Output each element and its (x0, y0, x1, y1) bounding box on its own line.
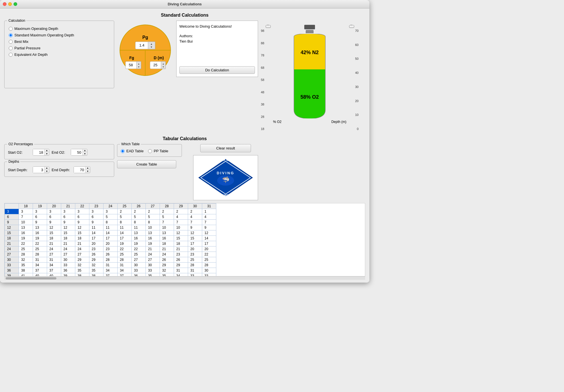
table-row[interactable]: 212222212121202019191918181717 (5, 241, 216, 246)
table-cell: 2 (146, 209, 160, 214)
radio-ead[interactable]: Equivalent Air Depth (9, 52, 110, 57)
table-row[interactable]: 303231313029292828272726262525 (5, 257, 216, 263)
svg-text:58: 58 (129, 63, 133, 67)
start-o2-down[interactable]: ▼ (45, 152, 49, 155)
scroll-thumb[interactable] (6, 277, 56, 279)
scale-48: 48 (261, 91, 264, 94)
table-row[interactable]: 363837373635353434333332313130 (5, 268, 216, 273)
start-depth-up[interactable]: ▲ (45, 167, 49, 170)
close-button[interactable] (3, 2, 6, 6)
start-o2-spinner[interactable]: ▲ ▼ (33, 149, 49, 156)
ead-table-radio[interactable]: EAD Table (121, 149, 144, 153)
clear-result-button[interactable]: Clear result (200, 144, 251, 152)
table-cell: 12 (188, 230, 202, 236)
table-row[interactable]: 9109999988887777 (5, 220, 216, 225)
table-row[interactable]: 394140403938383737363535343333 (5, 273, 216, 277)
table-cell: 21 (174, 246, 188, 252)
table-cell: 23 (103, 246, 118, 252)
svg-text:DIVING: DIVING (217, 171, 235, 175)
end-o2-down[interactable]: ▼ (83, 152, 87, 155)
start-depth-input[interactable] (33, 167, 44, 173)
table-cell: 37 (118, 273, 132, 277)
table-cell: 40 (33, 273, 47, 277)
table-cell: 5 (146, 214, 160, 220)
table-cell: 9 (75, 220, 89, 225)
table-cell: 6 (33, 214, 47, 220)
radio-maximum-operating-depth[interactable]: Maximum Operating Depth (9, 27, 110, 31)
left-slider-thumb[interactable] (266, 25, 271, 28)
calculation-legend: Calculation (7, 19, 26, 23)
end-o2-label: End O2: (52, 150, 69, 155)
table-cell: 16 (160, 236, 174, 241)
table-cell: 12 (61, 225, 75, 230)
table-cell: 41 (19, 273, 33, 277)
radio-standard-mod[interactable]: Standard Maximum Operating Depth (9, 33, 110, 37)
table-cell: 15 (47, 230, 61, 236)
table-cell: 37 (33, 268, 47, 273)
right-slider-track (350, 25, 352, 25)
table-cell: 38 (75, 273, 89, 277)
table-row[interactable]: 333333332222221 (5, 209, 216, 214)
table-row[interactable]: 242525242424232322222121212020 (5, 246, 216, 252)
table-row[interactable]: 181919181818171717161616151514 (5, 236, 216, 241)
table-cell: 27 (47, 252, 61, 257)
table-cell: 13 (33, 225, 47, 230)
table-cell: 5 (103, 214, 118, 220)
table-cell: 2 (160, 209, 174, 214)
radio-partial-pressure[interactable]: Partial Pressure (9, 46, 110, 50)
pp-table-radio[interactable]: PP Table (148, 149, 168, 153)
start-depth-down[interactable]: ▼ (45, 170, 49, 173)
table-row[interactable]: 1213131212121111111110101099 (5, 225, 216, 230)
radio-input-ead[interactable] (9, 53, 13, 57)
maximize-button[interactable] (14, 2, 17, 6)
minimize-button[interactable] (8, 2, 12, 6)
table-cell: 4 (174, 214, 188, 220)
end-o2-up[interactable]: ▲ (83, 149, 87, 152)
radio-input-pp[interactable] (9, 46, 13, 50)
table-cell: 34 (103, 268, 118, 273)
start-o2-input[interactable] (33, 149, 44, 155)
do-calculation-button[interactable]: Do Calculation (179, 66, 255, 74)
pp-radio-input[interactable] (148, 149, 152, 153)
end-o2-spinner[interactable]: ▲ ▼ (71, 149, 87, 156)
radio-input-mod[interactable] (9, 27, 13, 31)
table-cell: 36 (61, 268, 75, 273)
start-depth-label: Start Depth: (8, 168, 30, 172)
table-cell: 3 (19, 209, 33, 214)
tank-body-wrap: 42% N2 58% O2 % O2 Depth (m) (272, 22, 348, 127)
which-table-panel: Which Table EAD Table PP Table (117, 144, 182, 157)
table-row[interactable]: 151616151515141414131313121212 (5, 230, 216, 236)
table-header-22: 22 (75, 204, 89, 209)
table-cell: 27 (75, 252, 89, 257)
radio-input-bestmix[interactable] (9, 40, 13, 44)
right-slider-thumb[interactable] (349, 25, 354, 28)
scale-68: 68 (261, 66, 264, 69)
table-cell: 30 (146, 263, 160, 268)
horizontal-scrollbar[interactable] (4, 276, 365, 280)
rscale-60: 60 (355, 43, 358, 47)
o2-percentages-panel: O2 Percentages Start O2: ▲ ▼ End O2: (4, 144, 114, 159)
table-cell: 25 (118, 252, 132, 257)
table-cell: 25 (188, 257, 202, 263)
table-cell: 33 (132, 268, 146, 273)
table-row[interactable]: 676666655555444 (5, 214, 216, 220)
ead-radio-input[interactable] (121, 149, 125, 153)
left-scale: 98 88 78 68 58 48 38 28 18 (261, 28, 264, 132)
table-cell: 17 (89, 236, 103, 241)
table-row[interactable]: 272828272727262625252424232322 (5, 252, 216, 257)
welcome-panel: Welcome to Diving Calculations! Authors:… (176, 21, 258, 77)
table-cell: 26 (103, 252, 118, 257)
end-depth-input[interactable] (74, 167, 85, 173)
end-depth-up[interactable]: ▲ (85, 167, 90, 170)
table-row[interactable]: 333534343332323131303029292828 (5, 263, 216, 268)
start-o2-up[interactable]: ▲ (45, 149, 49, 152)
end-o2-input[interactable] (71, 149, 82, 155)
table-header-25: 25 (118, 204, 132, 209)
end-depth-spinner[interactable]: ▲ ▼ (74, 166, 90, 173)
create-table-button[interactable]: Create Table (117, 160, 176, 168)
radio-best-mix[interactable]: Best Mix (9, 39, 110, 44)
end-depth-down[interactable]: ▼ (85, 170, 90, 173)
table-cell: 25 (132, 252, 146, 257)
start-depth-spinner[interactable]: ▲ ▼ (33, 166, 49, 173)
radio-input-smod[interactable] (9, 33, 13, 37)
